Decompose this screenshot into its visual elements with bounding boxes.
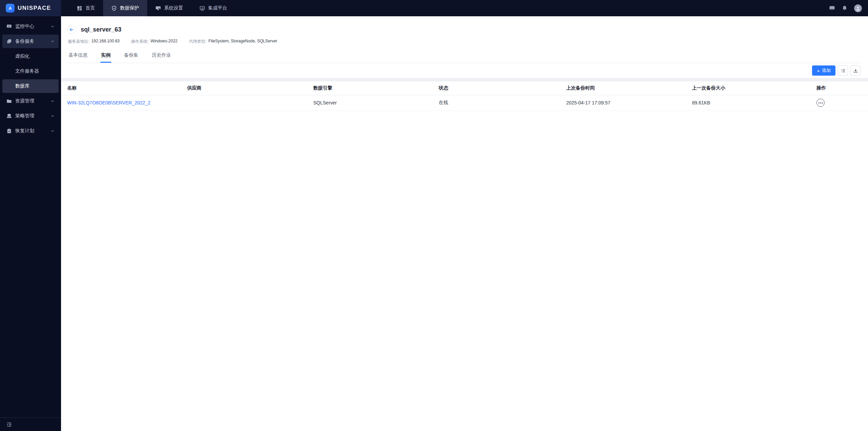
chevron-up-icon — [51, 39, 55, 43]
copy-backup-icon — [6, 39, 12, 44]
sidebar-item-resource-management[interactable]: 资源管理 — [2, 94, 59, 108]
sidebar-subitem-label: 虚拟化 — [15, 53, 29, 59]
back-button[interactable] — [67, 25, 76, 34]
main-content: sql_server_63 服务器地址: 192.168.100.63 操作系统… — [61, 16, 868, 431]
agent-types: 代理类型: FileSystem, StorageNode, SQLServer — [189, 39, 277, 44]
operating-system: 操作系统: Windows-2022 — [131, 39, 178, 44]
brand-name: UNISPACE — [18, 5, 51, 12]
folder-icon — [6, 98, 12, 104]
clipboard-check-icon — [6, 128, 12, 134]
more-actions-button[interactable] — [816, 99, 825, 107]
brand-logo: UNISPACE — [0, 0, 61, 16]
user-avatar[interactable] — [854, 4, 862, 12]
nav-item-label: 首页 — [85, 5, 95, 11]
nav-item-data-protection[interactable]: 数据保护 — [103, 0, 147, 16]
sidebar-item-recovery-plan[interactable]: 恢复计划 — [2, 124, 59, 138]
bell-icon[interactable] — [842, 5, 848, 11]
list-icon — [841, 68, 846, 73]
unispace-logo-icon — [6, 4, 15, 13]
sidebar-item-label: 策略管理 — [15, 113, 51, 119]
column-header-last-backup-size: 上一次备份大小 — [691, 81, 815, 95]
sidebar-item-policy-management[interactable]: 策略管理 — [2, 109, 59, 123]
column-header-actions: 操作 — [815, 81, 868, 95]
sidebar-item-backup-services[interactable]: 备份服务 — [2, 35, 59, 48]
arrow-left-icon — [69, 27, 74, 32]
dashboard-icon — [77, 5, 82, 11]
tab-backup-sets[interactable]: 备份集 — [123, 50, 139, 63]
sidebar-item-label: 备份服务 — [15, 38, 51, 44]
instance-name-link[interactable]: WIN-32LQ7O8OE0B\SERVER_2022_2 — [67, 100, 151, 105]
server-device-icon — [6, 113, 12, 119]
table-toolbar: + 添加 — [61, 63, 868, 78]
last-backup-time-cell: 2025-04-17 17:09:57 — [565, 95, 691, 111]
table-header-row: 名称 供应商 数据引擎 状态 上次备份时间 上一次备份大小 操作 — [61, 81, 868, 95]
monitor-icon — [6, 24, 12, 29]
screen-share-icon[interactable] — [829, 5, 835, 11]
top-navbar: UNISPACE 首页 数据保护 系统设置 集成平台 — [0, 0, 868, 16]
download-icon — [853, 68, 858, 73]
more-options-icon — [818, 102, 820, 103]
sidebar-subitem-database[interactable]: 数据库 — [2, 79, 59, 93]
column-header-vendor: 供应商 — [186, 81, 312, 95]
last-backup-size-cell: 89.61KB — [691, 95, 815, 111]
engine-cell: SQLServer — [312, 95, 437, 111]
tab-bar: 基本信息 实例 备份集 历史作业 — [67, 50, 861, 63]
nav-item-label: 集成平台 — [208, 5, 227, 11]
sidebar-subitem-label: 文件服务器 — [15, 68, 39, 74]
add-button[interactable]: + 添加 — [812, 65, 835, 76]
sidebar-subitem-label: 数据库 — [15, 83, 29, 89]
status-cell: 在线 — [437, 95, 565, 111]
collapse-sidebar-icon[interactable] — [6, 422, 12, 428]
column-header-engine: 数据引擎 — [312, 81, 437, 95]
page-title: sql_server_63 — [81, 26, 121, 33]
sidebar-footer — [0, 417, 61, 431]
sidebar-subitem-file-server[interactable]: 文件服务器 — [2, 64, 59, 78]
export-button[interactable] — [850, 65, 861, 76]
settings-monitor-icon — [155, 5, 161, 11]
top-nav-right — [829, 0, 868, 16]
tab-instances[interactable]: 实例 — [100, 50, 111, 63]
chevron-down-icon — [51, 114, 55, 118]
platform-chart-icon — [199, 5, 205, 11]
sidebar-subitem-virtualization[interactable]: 虚拟化 — [2, 50, 59, 63]
nav-item-integration-platform[interactable]: 集成平台 — [191, 0, 235, 16]
chevron-down-icon — [51, 24, 55, 28]
nav-item-label: 数据保护 — [120, 5, 139, 11]
table-row: WIN-32LQ7O8OE0B\SERVER_2022_2 SQLServer … — [61, 95, 868, 111]
nav-item-system-settings[interactable]: 系统设置 — [147, 0, 191, 16]
shield-check-icon — [111, 5, 117, 11]
chevron-down-icon — [51, 129, 55, 133]
page-header: sql_server_63 服务器地址: 192.168.100.63 操作系统… — [61, 16, 868, 63]
instances-table: 名称 供应商 数据引擎 状态 上次备份时间 上一次备份大小 操作 WIN-32L… — [61, 81, 868, 111]
chevron-down-icon — [51, 99, 55, 103]
top-nav-items: 首页 数据保护 系统设置 集成平台 — [68, 0, 235, 16]
section-divider — [61, 78, 868, 81]
tab-history-jobs[interactable]: 历史作业 — [151, 50, 172, 63]
vendor-cell — [186, 95, 312, 111]
column-header-status: 状态 — [437, 81, 565, 95]
sidebar-item-label: 恢复计划 — [15, 128, 51, 134]
server-address: 服务器地址: 192.168.100.63 — [68, 39, 120, 44]
sidebar-item-label: 监控中心 — [15, 23, 51, 30]
tab-basic-info[interactable]: 基本信息 — [68, 50, 88, 63]
column-header-name: 名称 — [61, 81, 186, 95]
server-info-row: 服务器地址: 192.168.100.63 操作系统: Windows-2022… — [68, 39, 861, 44]
column-header-last-backup-time: 上次备份时间 — [565, 81, 691, 95]
nav-item-home[interactable]: 首页 — [68, 0, 103, 16]
nav-item-label: 系统设置 — [164, 5, 183, 11]
plus-icon: + — [817, 68, 820, 73]
sidebar-item-label: 资源管理 — [15, 98, 51, 104]
sidebar-item-monitor-center[interactable]: 监控中心 — [2, 20, 59, 33]
sidebar: 监控中心 备份服务 虚拟化 文件服务器 数据库 资源管理 策略管理 — [0, 16, 61, 431]
column-settings-button[interactable] — [838, 65, 848, 76]
